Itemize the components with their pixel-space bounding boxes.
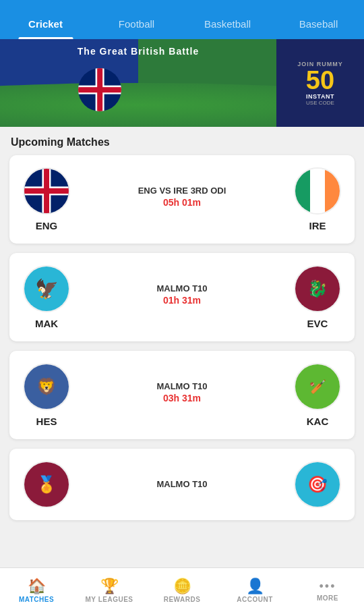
match-card-eng-ire[interactable]: ENG ENG VS IRE 3RD ODI 05h 01m IRE [9,155,355,244]
match-timer-2: 03h 31m [163,393,201,403]
team-logo-mak: 🦅 [23,265,70,312]
hero-banner: The Great British Battle Eng vs Ire JOIN… [0,39,364,127]
more-label: MORE [317,594,338,602]
team-logo-kac: 🏏 [294,363,341,410]
hero-title: The Great British Battle [78,46,199,57]
match-center-1: MALMO T10 01h 31m [70,283,294,311]
top-nav: Cricket Football Basketball Baseball [0,0,364,39]
team-logo-evc: 🐉 [294,265,341,312]
match-team-eng: ENG [23,167,70,231]
match-team-kac: 🏏 KAC [294,363,341,427]
team-logo-hes: 🦁 [23,363,70,410]
team-abbr-evc: EVC [307,318,328,329]
match-team-partial1: 🏅 [23,461,70,508]
rewards-label: REWARDS [164,596,201,603]
my-leagues-label: MY LEAGUES [86,596,133,603]
bottom-nav-more[interactable]: ••• MORE [291,580,364,605]
match-name-2: MALMO T10 [156,381,207,391]
hero-ad-code: USE CODE [306,100,334,106]
team-abbr-ire: IRE [309,220,326,231]
team-abbr-hes: HES [36,416,57,427]
team-abbr-mak: MAK [35,318,58,329]
bottom-nav: 🏠 MATCHES 🏆 MY LEAGUES 🪙 REWARDS 👤 ACCOU… [0,567,364,616]
matches-list: ENG ENG VS IRE 3RD ODI 05h 01m IRE [0,155,364,527]
match-teams-row-2: 🦅 MAK MALMO T10 01h 31m 🐉 EVC [23,265,341,329]
bottom-nav-account[interactable]: 👤 ACCOUNT [218,579,291,606]
bottom-nav-matches[interactable]: 🏠 MATCHES [0,579,73,606]
more-icon: ••• [320,580,336,592]
team-logo-partial2: 🎯 [294,461,341,508]
match-name-0: ENG VS IRE 3RD ODI [138,186,226,196]
tab-baseball[interactable]: Baseball [273,18,364,39]
matches-label: MATCHES [19,596,54,603]
account-icon: 👤 [246,579,264,594]
hero-side-ad[interactable]: JOIN RUMMY 50 INSTANT USE CODE [276,39,364,127]
match-team-evc: 🐉 EVC [294,265,341,329]
matches-icon: 🏠 [28,579,46,594]
match-center-0: ENG VS IRE 3RD ODI 05h 01m [70,186,294,213]
tab-basketball[interactable]: Basketball [182,18,273,39]
match-timer-0: 05h 01m [163,197,201,208]
team-logo-ire [294,167,341,215]
match-name-1: MALMO T10 [156,283,207,293]
team-abbr-eng: ENG [36,220,58,231]
hero-flag-eng [76,66,123,113]
bottom-nav-rewards[interactable]: 🪙 REWARDS [146,579,218,606]
bottom-nav-my-leagues[interactable]: 🏆 MY LEAGUES [73,579,146,606]
tab-football[interactable]: Football [91,18,182,39]
team-logo-eng [23,167,70,215]
upcoming-section-title: Upcoming Matches [0,127,364,155]
match-team-ire: IRE [294,167,341,231]
match-team-mak: 🦅 MAK [23,265,70,329]
match-team-partial2: 🎯 [294,461,341,508]
match-center-2: MALMO T10 03h 31m [70,381,294,409]
account-label: ACCOUNT [237,596,273,603]
team-logo-partial1: 🏅 [23,461,70,508]
match-card-hes-kac[interactable]: 🦁 HES MALMO T10 03h 31m 🏏 KAC [9,351,355,439]
hero-main[interactable]: The Great British Battle Eng vs Ire [0,39,276,127]
match-teams-row: ENG ENG VS IRE 3RD ODI 05h 01m IRE [23,167,341,231]
team-abbr-kac: KAC [307,416,329,427]
rewards-icon: 🪙 [173,579,191,594]
hero-ad-instant: INSTANT [306,93,334,100]
match-card-mak-evc[interactable]: 🦅 MAK MALMO T10 01h 31m 🐉 EVC [9,253,355,341]
match-teams-row-3: 🦁 HES MALMO T10 03h 31m 🏏 KAC [23,363,341,427]
match-card-partial[interactable]: 🏅 MALMO T10 🎯 [9,449,355,520]
hero-ad-amount: 50 [306,67,334,93]
my-leagues-icon: 🏆 [100,579,119,594]
tab-cricket[interactable]: Cricket [0,18,91,39]
match-name-3: MALMO T10 [156,479,207,489]
match-timer-1: 01h 31m [163,295,201,306]
match-center-3: MALMO T10 [70,479,294,491]
match-teams-row-4: 🏅 MALMO T10 🎯 [23,461,341,508]
match-team-hes: 🦁 HES [23,363,70,427]
